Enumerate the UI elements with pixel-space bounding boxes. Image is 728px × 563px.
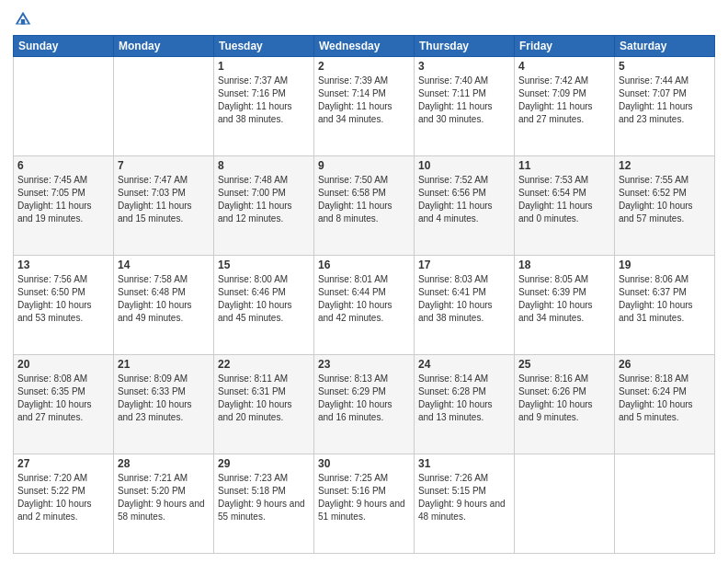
day-info: Sunrise: 8:03 AM Sunset: 6:41 PM Dayligh…: [418, 273, 510, 325]
day-info: Sunrise: 7:37 AM Sunset: 7:16 PM Dayligh…: [218, 75, 310, 126]
day-info: Sunrise: 8:09 AM Sunset: 6:33 PM Dayligh…: [118, 373, 210, 424]
day-info: Sunrise: 8:01 AM Sunset: 6:44 PM Dayligh…: [318, 273, 410, 325]
day-cell: 20Sunrise: 8:08 AM Sunset: 6:35 PM Dayli…: [14, 355, 114, 454]
day-cell: 22Sunrise: 8:11 AM Sunset: 6:31 PM Dayli…: [214, 355, 314, 454]
day-cell: 21Sunrise: 8:09 AM Sunset: 6:33 PM Dayli…: [114, 355, 214, 454]
day-number: 18: [518, 259, 610, 271]
day-info: Sunrise: 7:45 AM Sunset: 7:05 PM Dayligh…: [17, 174, 109, 225]
day-cell: 1Sunrise: 7:37 AM Sunset: 7:16 PM Daylig…: [214, 57, 314, 156]
day-number: 4: [518, 60, 610, 73]
header-cell-monday: Monday: [114, 36, 214, 57]
calendar-table: SundayMondayTuesdayWednesdayThursdayFrid…: [13, 35, 715, 554]
day-cell: 17Sunrise: 8:03 AM Sunset: 6:41 PM Dayli…: [415, 256, 515, 355]
day-info: Sunrise: 7:39 AM Sunset: 7:14 PM Dayligh…: [318, 75, 410, 126]
day-info: Sunrise: 7:50 AM Sunset: 6:58 PM Dayligh…: [318, 174, 410, 225]
day-number: 14: [118, 259, 210, 271]
day-cell: 15Sunrise: 8:00 AM Sunset: 6:46 PM Dayli…: [214, 256, 314, 355]
day-info: Sunrise: 8:16 AM Sunset: 6:26 PM Dayligh…: [518, 373, 610, 424]
day-number: 16: [318, 259, 410, 271]
day-info: Sunrise: 8:06 AM Sunset: 6:37 PM Dayligh…: [619, 273, 711, 325]
day-number: 5: [619, 60, 711, 73]
day-info: Sunrise: 7:40 AM Sunset: 7:11 PM Dayligh…: [418, 75, 510, 126]
day-info: Sunrise: 7:47 AM Sunset: 7:03 PM Dayligh…: [118, 174, 210, 225]
day-number: 1: [218, 60, 310, 73]
day-info: Sunrise: 8:00 AM Sunset: 6:46 PM Dayligh…: [218, 273, 310, 325]
day-number: 10: [418, 159, 510, 172]
day-cell: 27Sunrise: 7:20 AM Sunset: 5:22 PM Dayli…: [14, 454, 114, 554]
day-number: 19: [619, 259, 711, 271]
day-cell: 6Sunrise: 7:45 AM Sunset: 7:05 PM Daylig…: [14, 156, 114, 256]
day-cell: 5Sunrise: 7:44 AM Sunset: 7:07 PM Daylig…: [615, 57, 715, 156]
day-number: 24: [418, 358, 510, 371]
day-number: 25: [518, 358, 610, 371]
day-cell: 24Sunrise: 8:14 AM Sunset: 6:28 PM Dayli…: [415, 355, 515, 454]
day-number: 29: [218, 457, 310, 470]
header-cell-tuesday: Tuesday: [214, 36, 314, 57]
day-cell: 3Sunrise: 7:40 AM Sunset: 7:11 PM Daylig…: [415, 57, 515, 156]
day-number: 23: [318, 358, 410, 371]
day-info: Sunrise: 7:42 AM Sunset: 7:09 PM Dayligh…: [518, 75, 610, 126]
day-cell: 13Sunrise: 7:56 AM Sunset: 6:50 PM Dayli…: [14, 256, 114, 355]
day-cell: 23Sunrise: 8:13 AM Sunset: 6:29 PM Dayli…: [314, 355, 415, 454]
day-number: 2: [318, 60, 410, 73]
header-row: SundayMondayTuesdayWednesdayThursdayFrid…: [14, 36, 715, 57]
day-number: 3: [418, 60, 510, 73]
day-info: Sunrise: 8:18 AM Sunset: 6:24 PM Dayligh…: [619, 373, 711, 424]
day-info: Sunrise: 7:52 AM Sunset: 6:56 PM Dayligh…: [418, 174, 510, 225]
day-info: Sunrise: 7:56 AM Sunset: 6:50 PM Dayligh…: [17, 273, 109, 325]
day-cell: 25Sunrise: 8:16 AM Sunset: 6:26 PM Dayli…: [515, 355, 615, 454]
day-number: 21: [118, 358, 210, 371]
day-number: 17: [418, 259, 510, 271]
day-info: Sunrise: 7:25 AM Sunset: 5:16 PM Dayligh…: [318, 472, 410, 523]
day-number: 30: [318, 457, 410, 470]
header-cell-sunday: Sunday: [14, 36, 114, 57]
svg-rect-2: [21, 19, 25, 25]
day-cell: [14, 57, 114, 156]
day-cell: 10Sunrise: 7:52 AM Sunset: 6:56 PM Dayli…: [415, 156, 515, 256]
week-row-5: 27Sunrise: 7:20 AM Sunset: 5:22 PM Dayli…: [14, 454, 715, 554]
day-cell: 16Sunrise: 8:01 AM Sunset: 6:44 PM Dayli…: [314, 256, 415, 355]
day-info: Sunrise: 7:44 AM Sunset: 7:07 PM Dayligh…: [619, 75, 711, 126]
day-cell: 9Sunrise: 7:50 AM Sunset: 6:58 PM Daylig…: [314, 156, 415, 256]
logo-icon: [13, 9, 33, 29]
week-row-2: 6Sunrise: 7:45 AM Sunset: 7:05 PM Daylig…: [14, 156, 715, 256]
day-cell: [515, 454, 615, 554]
day-cell: 8Sunrise: 7:48 AM Sunset: 7:00 PM Daylig…: [214, 156, 314, 256]
day-cell: 14Sunrise: 7:58 AM Sunset: 6:48 PM Dayli…: [114, 256, 214, 355]
day-cell: 12Sunrise: 7:55 AM Sunset: 6:52 PM Dayli…: [615, 156, 715, 256]
day-cell: 2Sunrise: 7:39 AM Sunset: 7:14 PM Daylig…: [314, 57, 415, 156]
day-info: Sunrise: 7:20 AM Sunset: 5:22 PM Dayligh…: [17, 472, 109, 523]
header-cell-thursday: Thursday: [415, 36, 515, 57]
week-row-3: 13Sunrise: 7:56 AM Sunset: 6:50 PM Dayli…: [14, 256, 715, 355]
page: SundayMondayTuesdayWednesdayThursdayFrid…: [0, 0, 728, 563]
day-info: Sunrise: 8:14 AM Sunset: 6:28 PM Dayligh…: [418, 373, 510, 424]
day-info: Sunrise: 8:08 AM Sunset: 6:35 PM Dayligh…: [17, 373, 109, 424]
day-cell: 19Sunrise: 8:06 AM Sunset: 6:37 PM Dayli…: [615, 256, 715, 355]
day-cell: 11Sunrise: 7:53 AM Sunset: 6:54 PM Dayli…: [515, 156, 615, 256]
day-cell: 18Sunrise: 8:05 AM Sunset: 6:39 PM Dayli…: [515, 256, 615, 355]
header: [13, 9, 715, 29]
day-info: Sunrise: 7:58 AM Sunset: 6:48 PM Dayligh…: [118, 273, 210, 325]
logo: [13, 9, 37, 29]
day-number: 27: [17, 457, 109, 470]
day-number: 26: [619, 358, 711, 371]
day-number: 20: [17, 358, 109, 371]
day-number: 7: [118, 159, 210, 172]
day-info: Sunrise: 7:23 AM Sunset: 5:18 PM Dayligh…: [218, 472, 310, 523]
day-number: 31: [418, 457, 510, 470]
calendar-body: 1Sunrise: 7:37 AM Sunset: 7:16 PM Daylig…: [14, 57, 715, 554]
day-number: 12: [619, 159, 711, 172]
day-info: Sunrise: 7:21 AM Sunset: 5:20 PM Dayligh…: [118, 472, 210, 523]
day-number: 6: [17, 159, 109, 172]
day-info: Sunrise: 7:55 AM Sunset: 6:52 PM Dayligh…: [619, 174, 711, 225]
week-row-1: 1Sunrise: 7:37 AM Sunset: 7:16 PM Daylig…: [14, 57, 715, 156]
day-number: 13: [17, 259, 109, 271]
day-cell: 30Sunrise: 7:25 AM Sunset: 5:16 PM Dayli…: [314, 454, 415, 554]
day-cell: 28Sunrise: 7:21 AM Sunset: 5:20 PM Dayli…: [114, 454, 214, 554]
day-info: Sunrise: 7:26 AM Sunset: 5:15 PM Dayligh…: [418, 472, 510, 523]
day-number: 15: [218, 259, 310, 271]
day-cell: 7Sunrise: 7:47 AM Sunset: 7:03 PM Daylig…: [114, 156, 214, 256]
day-info: Sunrise: 7:53 AM Sunset: 6:54 PM Dayligh…: [518, 174, 610, 225]
day-number: 8: [218, 159, 310, 172]
calendar-header: SundayMondayTuesdayWednesdayThursdayFrid…: [14, 36, 715, 57]
